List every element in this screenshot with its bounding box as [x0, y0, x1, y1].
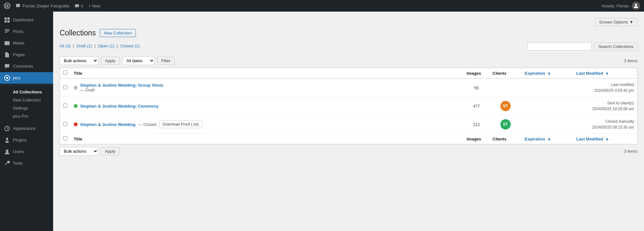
row2-checkbox[interactable] [63, 103, 67, 108]
footer-last-modified[interactable]: Last Modified ⇅ [573, 134, 638, 144]
svg-point-6 [5, 42, 7, 43]
row1-lastmod-date: 2024/05/25 4:55:42 pm [576, 88, 634, 93]
sidebar-sub-new-collection[interactable]: New Collection [0, 96, 53, 104]
search-input[interactable] [527, 43, 592, 51]
bottom-actions-row: Bulk actions Apply 3 items [60, 147, 638, 156]
row3-status-label: — Closed [138, 122, 156, 127]
svg-rect-3 [5, 20, 7, 23]
items-count-bottom: 3 items [624, 149, 638, 154]
sidebar-item-tools[interactable]: Tools [0, 158, 53, 169]
select-all-checkbox-bottom[interactable] [63, 136, 67, 140]
search-button[interactable]: Search Collections [594, 43, 638, 51]
sidebar-label-posts: Posts [13, 29, 24, 34]
collections-table: Title Images Clients Expiration ⇅ Last M… [60, 68, 638, 144]
row2-images: 477 [464, 97, 489, 115]
filter-draft[interactable]: Draft (1) [77, 43, 92, 48]
row3-images: 212 [464, 115, 489, 134]
dates-select[interactable]: All dates [122, 56, 155, 65]
row2-lastmod-label: Sent to client(s) [576, 100, 634, 106]
row1-checkbox-cell [60, 79, 71, 97]
row3-checkbox[interactable] [63, 122, 67, 126]
bulk-actions-select[interactable]: Bulk actions [60, 56, 98, 65]
svg-rect-1 [5, 17, 7, 20]
sidebar-item-posts[interactable]: Posts [0, 26, 53, 37]
admin-bar: Florian Ziegler Fotografie 0 + New Howdy… [0, 0, 644, 12]
row2-clients: ST [489, 97, 522, 115]
row3-lastmod-label: Closed manually [576, 119, 634, 124]
row2-expiration [522, 97, 573, 115]
row1-title-cell: Stephen & Justine Wedding: Group Shots —… [71, 79, 464, 97]
filter-closed[interactable]: Closed (1) [120, 43, 140, 48]
apply-button-bottom[interactable]: Apply [101, 147, 120, 155]
download-proof-button[interactable]: Download Proof (.txt) [159, 120, 203, 128]
screen-options-button[interactable]: Screen Options ▼ [595, 18, 638, 26]
sidebar-item-plugins[interactable]: Plugins [0, 134, 53, 146]
sidebar-label-media: Media [13, 40, 24, 46]
comment-count: 0 [81, 4, 83, 8]
row2-title-cell: Stephen & Justine Wedding: Ceremony [71, 97, 464, 115]
site-link[interactable]: Florian Ziegler Fotografie [15, 3, 69, 8]
svg-rect-2 [7, 17, 10, 20]
table-header-row: Title Images Clients Expiration ⇅ Last M… [60, 68, 638, 79]
sidebar-item-appearance[interactable]: Appearance [0, 123, 53, 134]
filter-open[interactable]: Open (1) [98, 43, 114, 48]
row1-title-link[interactable]: Stephen & Justine Wedding: Group Shots [80, 83, 163, 88]
user-avatar[interactable] [632, 2, 640, 10]
admin-bar-right: Howdy, Florian [601, 2, 640, 10]
row1-status-label: — Draft [80, 88, 163, 92]
filter-button[interactable]: Filter [157, 57, 175, 65]
sidebar-label-pages: Pages [13, 52, 25, 58]
main-content: Screen Options ▼ Collections New Collect… [53, 12, 644, 231]
sidebar-item-comments[interactable]: Comments [0, 61, 53, 72]
apply-button-top[interactable]: Apply [101, 57, 120, 65]
footer-expiration[interactable]: Expiration ⇅ [522, 134, 573, 144]
header-clients: Clients [489, 68, 522, 79]
sidebar: Dashboard Posts Media Pages Comments pic… [0, 12, 53, 231]
footer-checkbox-col [60, 134, 71, 144]
row1-lastmod: Last modified 2024/05/25 4:55:42 pm [573, 79, 638, 97]
row2-checkbox-cell [60, 97, 71, 115]
row2-client-initials: ST [503, 104, 508, 108]
top-actions-row: Bulk actions Apply All dates Filter 3 it… [60, 56, 638, 65]
sidebar-sub-picu-pro[interactable]: picu Pro [0, 112, 53, 120]
row3-checkbox-cell [60, 115, 71, 134]
svg-point-8 [6, 77, 8, 79]
last-modified-sort-icon: ⇅ [606, 72, 608, 75]
sidebar-label-tools: Tools [13, 160, 23, 166]
header-expiration[interactable]: Expiration ⇅ [522, 68, 573, 79]
sidebar-item-dashboard[interactable]: Dashboard [0, 14, 53, 26]
sidebar-item-pages[interactable]: Pages [0, 49, 53, 61]
row1-lastmod-label: Last modified [576, 82, 634, 88]
footer-clients: Clients [489, 134, 522, 144]
comments-link[interactable]: 0 [74, 3, 83, 8]
row2-title-link[interactable]: Stephen & Justine Wedding: Ceremony [80, 104, 158, 109]
header-last-modified[interactable]: Last Modified ⇅ [573, 68, 638, 79]
sidebar-item-media[interactable]: Media [0, 37, 53, 49]
sidebar-sub-all-collections[interactable]: All Collections [0, 88, 53, 96]
sidebar-label-picu: picu [13, 75, 21, 81]
row1-checkbox[interactable] [63, 85, 67, 89]
new-link[interactable]: + New [88, 4, 100, 8]
sidebar-sub-settings[interactable]: Settings [0, 104, 53, 112]
sidebar-item-users[interactable]: Users [0, 146, 53, 158]
sidebar-label-appearance: Appearance [13, 126, 35, 131]
row2-client-avatar: ST [500, 101, 511, 111]
page-title: Collections [60, 29, 96, 37]
screen-options-label: Screen Options [599, 20, 628, 24]
new-label: + New [88, 4, 100, 8]
header-title: Title [71, 68, 464, 79]
row3-expiration [522, 115, 573, 134]
picu-sub-menu: All Collections New Collection Settings … [0, 85, 53, 120]
new-collection-button[interactable]: New Collection [100, 29, 136, 37]
svg-rect-4 [7, 20, 10, 23]
select-all-checkbox[interactable] [63, 71, 67, 75]
row3-status-dot [74, 122, 78, 126]
row3-title-link[interactable]: Stephen & Justine Wedding [80, 122, 136, 127]
wordpress-logo[interactable] [4, 3, 10, 9]
sidebar-item-picu[interactable]: picu [0, 72, 53, 84]
row3-lastmod: Closed manually 2024/05/20 09:15:30 am [573, 115, 638, 134]
row2-lastmod: Sent to client(s) 2024/05/25 10:20:58 am [573, 97, 638, 115]
filter-all[interactable]: All (3) [60, 43, 71, 48]
header-images: Images [464, 68, 489, 79]
bulk-actions-select-bottom[interactable]: Bulk actions [60, 147, 98, 156]
